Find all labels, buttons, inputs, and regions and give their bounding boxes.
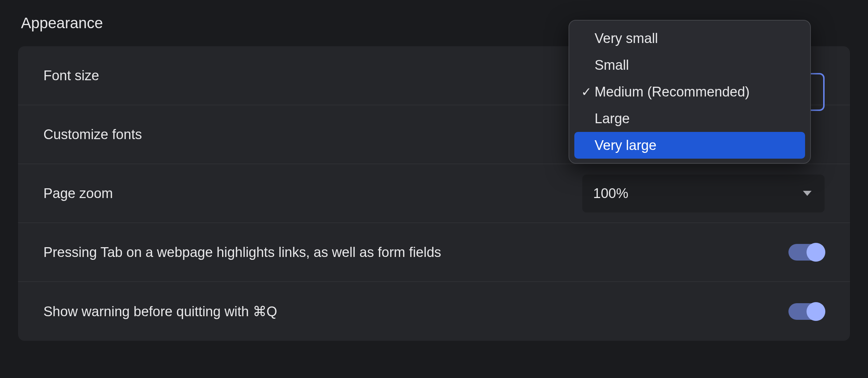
toggle-knob — [807, 302, 825, 321]
check-icon: ✓ — [578, 85, 595, 99]
customize-fonts-label: Customize fonts — [43, 127, 142, 142]
row-page-zoom: Page zoom 100% — [18, 164, 850, 223]
font-size-option-small[interactable]: Small — [574, 52, 805, 78]
page-zoom-label: Page zoom — [43, 186, 113, 201]
row-tab-highlight: Pressing Tab on a webpage highlights lin… — [18, 223, 850, 282]
tab-highlight-label: Pressing Tab on a webpage highlights lin… — [43, 245, 441, 260]
appearance-settings-page: Appearance Font size Customize fonts Pag… — [0, 0, 868, 341]
option-label: Very small — [595, 31, 658, 46]
option-label: Very large — [595, 138, 656, 153]
warn-quit-label: Show warning before quitting with ⌘Q — [43, 304, 277, 319]
option-label: Large — [595, 111, 630, 126]
tab-highlight-toggle[interactable] — [788, 244, 825, 261]
font-size-option-very-small[interactable]: Very small — [574, 25, 805, 52]
page-zoom-select[interactable]: 100% — [582, 175, 825, 212]
font-size-dropdown-menu: Very small Small ✓ Medium (Recommended) … — [569, 20, 811, 164]
option-label: Medium (Recommended) — [595, 84, 750, 100]
row-warn-quit: Show warning before quitting with ⌘Q — [18, 282, 850, 341]
font-size-label: Font size — [43, 68, 99, 83]
caret-down-icon — [803, 191, 812, 196]
option-label: Small — [595, 57, 629, 73]
warn-quit-toggle[interactable] — [788, 303, 825, 320]
font-size-option-very-large[interactable]: Very large — [574, 132, 805, 159]
font-size-option-large[interactable]: Large — [574, 105, 805, 132]
toggle-knob — [807, 243, 825, 262]
font-size-option-medium[interactable]: ✓ Medium (Recommended) — [574, 78, 805, 105]
page-zoom-value: 100% — [593, 186, 628, 201]
